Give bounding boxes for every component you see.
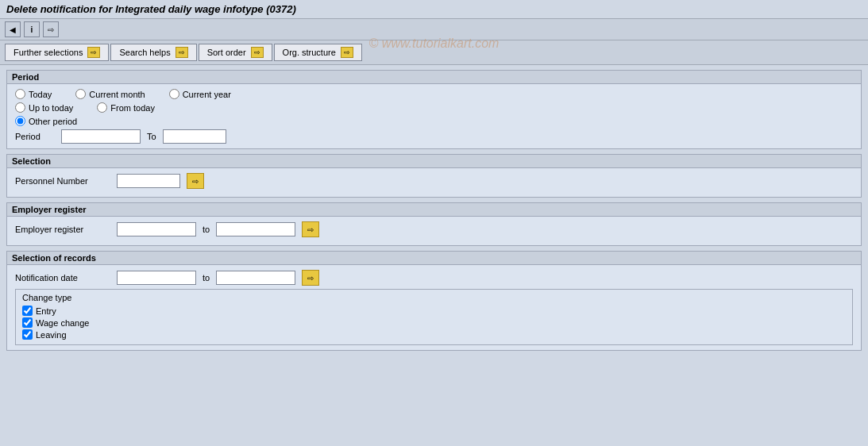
toolbar: ◀ i ⇨ © www.tutorialkart.com	[0, 19, 868, 40]
period-section-body: Today Current month Current year Up to t…	[7, 84, 861, 148]
tab-org-structure[interactable]: Org. structure ⇨	[274, 44, 362, 61]
period-fields-row: Period To	[15, 129, 853, 144]
main-content: Period Today Current month Current year	[0, 65, 868, 360]
checkbox-leaving-input[interactable]	[22, 329, 33, 340]
radio-current-month-label: Current month	[89, 90, 145, 99]
radio-from-today[interactable]: From today	[97, 102, 155, 113]
radio-other-period-input[interactable]	[15, 116, 25, 126]
title-bar: Delete notification for Integrated daily…	[0, 0, 868, 19]
radio-up-to-today-input[interactable]	[15, 102, 25, 113]
personnel-number-row: Personnel Number ⇨	[15, 173, 853, 189]
tab-org-structure-arrow: ⇨	[341, 47, 353, 58]
checkbox-leaving-label: Leaving	[36, 330, 67, 340]
radio-today-label: Today	[29, 90, 52, 99]
radio-current-year-label: Current year	[183, 90, 231, 99]
tab-sort-order-arrow: ⇨	[251, 47, 264, 58]
period-section-title: Period	[7, 71, 861, 84]
radio-other-period-label: Other period	[29, 117, 77, 126]
tab-further-selections-label: Further selections	[14, 48, 83, 57]
checkbox-entry-input[interactable]	[22, 306, 33, 316]
checkbox-wage-change: Wage change	[22, 317, 846, 328]
radio-today-input[interactable]	[15, 89, 25, 99]
radio-from-today-label: From today	[110, 103, 155, 113]
radio-other-period[interactable]: Other period	[15, 116, 77, 126]
personnel-number-input[interactable]	[117, 174, 180, 188]
selection-section-body: Personnel Number ⇨	[7, 168, 861, 197]
employer-register-section-title: Employer register	[7, 203, 861, 217]
employer-register-section-body: Employer register to ⇨	[7, 217, 861, 245]
selection-of-records-title: Selection of records	[7, 252, 861, 265]
selection-section-title: Selection	[7, 155, 861, 168]
employer-register-to-label: to	[203, 225, 210, 234]
jump-icon[interactable]: ⇨	[43, 21, 59, 37]
nav-tabs: Further selections ⇨ Search helps ⇨ Sort…	[0, 40, 868, 65]
radio-row-1: Today Current month Current year	[15, 89, 853, 99]
radio-from-today-input[interactable]	[97, 102, 107, 113]
info-icon[interactable]: i	[24, 21, 40, 37]
selection-section: Selection Personnel Number ⇨	[6, 154, 862, 198]
tab-further-selections[interactable]: Further selections ⇨	[5, 44, 109, 61]
checkbox-wage-change-label: Wage change	[36, 318, 89, 328]
notification-date-arrow-btn[interactable]: ⇨	[302, 270, 319, 286]
employer-register-arrow-btn[interactable]: ⇨	[302, 221, 319, 237]
tab-search-helps-arrow: ⇨	[176, 47, 188, 58]
radio-up-to-today[interactable]: Up to today	[15, 102, 73, 113]
personnel-number-arrow-btn[interactable]: ⇨	[187, 173, 204, 189]
period-from-input[interactable]	[61, 129, 141, 144]
back-icon[interactable]: ◀	[5, 21, 21, 37]
notification-date-label: Notification date	[15, 273, 110, 283]
period-to-label: To	[147, 132, 156, 141]
period-to-input[interactable]	[163, 129, 226, 144]
radio-current-year[interactable]: Current year	[169, 89, 231, 99]
notification-date-row: Notification date to ⇨	[15, 270, 853, 286]
tab-sort-order-label: Sort order	[207, 48, 246, 57]
notification-date-from-input[interactable]	[117, 271, 196, 285]
checkbox-entry-label: Entry	[36, 306, 56, 316]
tab-search-helps[interactable]: Search helps ⇨	[110, 44, 196, 61]
radio-current-year-input[interactable]	[169, 89, 179, 99]
radio-today[interactable]: Today	[15, 89, 52, 99]
tab-further-selections-arrow: ⇨	[87, 47, 100, 58]
employer-register-to-input[interactable]	[216, 222, 295, 236]
radio-current-month[interactable]: Current month	[75, 89, 145, 99]
employer-register-label: Employer register	[15, 225, 110, 234]
change-type-box: Change type Entry Wage change Leaving	[15, 289, 853, 345]
tab-sort-order[interactable]: Sort order ⇨	[199, 44, 272, 61]
tab-org-structure-label: Org. structure	[283, 48, 336, 57]
radio-up-to-today-label: Up to today	[29, 103, 73, 113]
personnel-number-label: Personnel Number	[15, 176, 110, 186]
selection-of-records-section: Selection of records Notification date t…	[6, 251, 862, 351]
selection-of-records-body: Notification date to ⇨ Change type Entry…	[7, 265, 861, 350]
notification-date-to-label: to	[203, 273, 210, 283]
page-title: Delete notification for Integrated daily…	[6, 3, 296, 15]
tab-search-helps-label: Search helps	[119, 48, 170, 57]
checkbox-wage-change-input[interactable]	[22, 317, 33, 328]
notification-date-to-input[interactable]	[216, 271, 295, 285]
employer-register-from-input[interactable]	[117, 222, 196, 236]
radio-row-2: Up to today From today	[15, 102, 853, 113]
checkbox-entry: Entry	[22, 306, 846, 316]
employer-register-row: Employer register to ⇨	[15, 221, 853, 237]
period-section: Period Today Current month Current year	[6, 70, 862, 149]
period-field-label: Period	[15, 132, 55, 141]
employer-register-section: Employer register Employer register to ⇨	[6, 202, 862, 246]
radio-row-3: Other period	[15, 116, 853, 126]
radio-current-month-input[interactable]	[75, 89, 86, 99]
change-type-title: Change type	[22, 293, 846, 302]
checkbox-leaving: Leaving	[22, 329, 846, 340]
